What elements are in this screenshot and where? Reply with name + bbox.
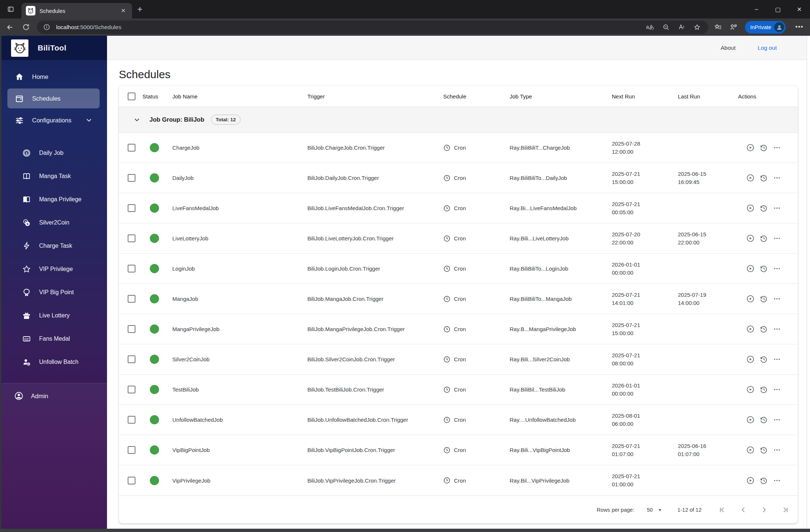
browser-tab[interactable]: Schedules ✕ — [21, 3, 132, 18]
logout-link[interactable]: Log out — [758, 45, 777, 51]
url-text[interactable]: localhost:5000/Schedules — [56, 24, 646, 31]
more-actions-icon[interactable] — [773, 415, 781, 424]
table-row[interactable]: Silver2CoinJob BiliJob.Silver2CoinJob.Cr… — [119, 344, 798, 375]
row-checkbox[interactable] — [128, 386, 135, 393]
rows-per-page-select[interactable]: 50 ▼ — [647, 507, 662, 513]
more-actions-icon[interactable] — [773, 355, 781, 364]
history-icon[interactable] — [759, 204, 768, 212]
sidebar-item-admin[interactable]: Admin — [0, 386, 107, 406]
last-page-icon[interactable] — [781, 505, 790, 514]
table-row[interactable]: TestBiliJob BiliJob.TestBiliJob.Cron.Tri… — [119, 375, 798, 405]
row-checkbox[interactable] — [128, 295, 135, 303]
more-actions-icon[interactable] — [773, 143, 781, 152]
history-icon[interactable] — [759, 385, 768, 394]
window-close-icon[interactable]: ✕ — [789, 0, 810, 18]
more-actions-icon[interactable] — [773, 385, 781, 394]
sidebar-item-manga-task[interactable]: Manga Task — [0, 164, 107, 188]
job-group-row[interactable]: Job Group: BiliJob Total: 12 — [119, 107, 798, 133]
row-checkbox[interactable] — [128, 477, 135, 484]
run-now-icon[interactable] — [746, 234, 755, 243]
table-row[interactable]: VipPrivilegeJob BiliJob.VipPrivilegeJob.… — [119, 465, 798, 496]
tab-actions-icon[interactable] — [5, 4, 16, 15]
more-actions-icon[interactable] — [773, 174, 781, 182]
table-row[interactable]: UnfollowBatchedJob BiliJob.UnfollowBatch… — [119, 405, 798, 435]
table-row[interactable]: VipBigPointJob BiliJob.VipBigPointJob.Cr… — [119, 435, 798, 465]
row-checkbox[interactable] — [128, 234, 135, 242]
more-actions-icon[interactable] — [773, 264, 781, 273]
sidebar-item-manga-privilege[interactable]: Manga Privilege — [0, 188, 107, 211]
row-checkbox[interactable] — [128, 416, 135, 424]
run-now-icon[interactable] — [746, 415, 755, 424]
about-link[interactable]: About — [721, 45, 736, 51]
window-minimize-icon[interactable]: – — [746, 0, 767, 18]
run-now-icon[interactable] — [746, 143, 755, 152]
run-now-icon[interactable] — [746, 204, 755, 212]
row-checkbox[interactable] — [128, 204, 135, 212]
group-collapse-chevron-icon[interactable] — [133, 116, 141, 124]
table-row[interactable]: MangaJob BiliJob.MangaJob.Cron.Trigger C… — [119, 284, 798, 314]
browser-menu-icon[interactable]: ••• — [795, 23, 803, 31]
first-page-icon[interactable] — [718, 505, 727, 514]
run-now-icon[interactable] — [746, 295, 755, 303]
history-icon[interactable] — [759, 415, 768, 424]
favorites-hub-icon[interactable] — [714, 23, 722, 31]
row-checkbox[interactable] — [128, 355, 135, 363]
table-row[interactable]: LoginJob BiliJob.LoginJob.Cron.Trigger C… — [119, 254, 798, 284]
table-row[interactable]: MangaPrivilegeJob BiliJob.MangaPrivilege… — [119, 314, 798, 344]
sidebar-item-fans-medal[interactable]: CC Fans Medal — [0, 327, 107, 350]
history-icon[interactable] — [759, 325, 768, 333]
history-icon[interactable] — [759, 476, 768, 485]
sidebar-item-configurations[interactable]: Configurations — [0, 111, 107, 130]
row-checkbox[interactable] — [128, 265, 135, 272]
sidebar-item-silver2coin[interactable]: €$ Silver2Coin — [0, 211, 107, 234]
tab-close-icon[interactable]: ✕ — [119, 6, 128, 15]
history-icon[interactable] — [759, 264, 768, 273]
run-now-icon[interactable] — [746, 355, 755, 364]
history-icon[interactable] — [759, 446, 768, 454]
more-actions-icon[interactable] — [773, 476, 781, 485]
translate-icon[interactable]: aあ — [646, 24, 654, 31]
run-now-icon[interactable] — [746, 325, 755, 333]
favorite-star-icon[interactable] — [693, 24, 701, 31]
row-checkbox[interactable] — [128, 144, 135, 152]
zoom-out-icon[interactable] — [662, 24, 670, 31]
sidebar-item-home[interactable]: Home — [0, 67, 107, 86]
sidebar-item-daily-job[interactable]: $ Daily Job — [0, 141, 107, 164]
table-row[interactable]: ChargeJob BiliJob.ChargeJob.Cron.Trigger… — [119, 133, 798, 163]
site-info-icon[interactable] — [42, 22, 52, 32]
more-actions-icon[interactable] — [773, 204, 781, 212]
select-all-checkbox[interactable] — [128, 93, 135, 100]
next-page-icon[interactable] — [760, 505, 769, 514]
sidebar-item-unfollow-batch[interactable]: Unfollow Batch — [0, 350, 107, 373]
new-tab-icon[interactable]: + — [134, 3, 146, 15]
previous-page-icon[interactable] — [739, 505, 748, 514]
address-bar[interactable]: localhost:5000/Schedules aあ — [37, 21, 708, 34]
more-actions-icon[interactable] — [773, 325, 781, 333]
table-row[interactable]: LiveFansMedalJob BiliJob.LiveFansMedalJo… — [119, 193, 798, 223]
run-now-icon[interactable] — [746, 476, 755, 485]
table-row[interactable]: DailyJob BiliJob.DailyJob.Cron.Trigger C… — [119, 163, 798, 193]
more-actions-icon[interactable] — [773, 446, 781, 454]
page-scrollbar[interactable] — [807, 36, 810, 529]
sidebar-item-vip-big-point[interactable]: VIP Big Point — [0, 281, 107, 304]
run-now-icon[interactable] — [746, 385, 755, 394]
history-icon[interactable] — [759, 143, 768, 152]
row-checkbox[interactable] — [128, 325, 135, 333]
refresh-icon[interactable] — [20, 21, 32, 34]
table-row[interactable]: LiveLotteryJob BiliJob.LiveLotteryJob.Cr… — [119, 223, 798, 254]
row-checkbox[interactable] — [128, 446, 135, 454]
sidebar-item-schedules[interactable]: Schedules — [7, 88, 100, 108]
sidebar-item-live-lottery[interactable]: Live Lottery — [0, 304, 107, 327]
window-maximize-icon[interactable]: ▢ — [767, 0, 789, 18]
run-now-icon[interactable] — [746, 174, 755, 182]
sidebar-item-vip-privilege[interactable]: VIP Privilege — [0, 257, 107, 281]
history-icon[interactable] — [759, 234, 768, 243]
row-checkbox[interactable] — [128, 174, 135, 182]
inprivate-badge[interactable]: InPrivate — [745, 21, 786, 34]
back-icon[interactable] — [4, 21, 16, 34]
history-icon[interactable] — [759, 174, 768, 182]
history-icon[interactable] — [759, 355, 768, 364]
sidebar-item-charge-task[interactable]: Charge Task — [0, 234, 107, 257]
read-aloud-icon[interactable] — [678, 24, 685, 31]
run-now-icon[interactable] — [746, 264, 755, 273]
